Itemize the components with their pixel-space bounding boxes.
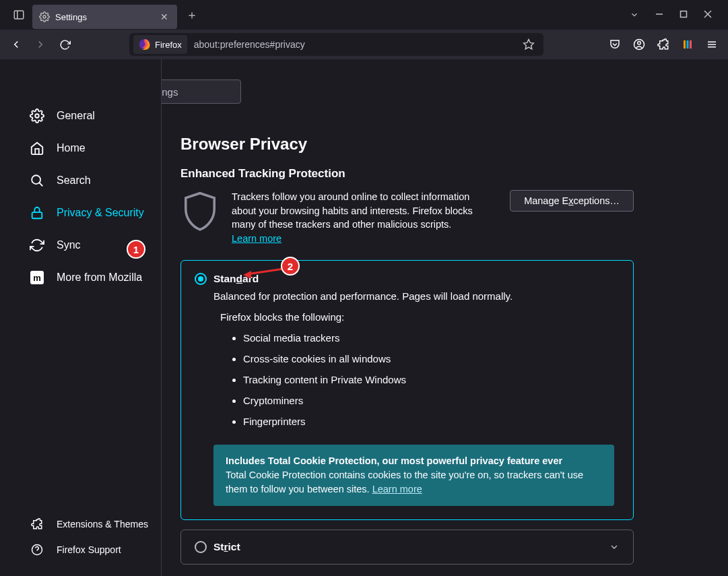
forward-button[interactable] [30,34,51,55]
tabs-dropdown-button[interactable] [630,10,639,20]
sidebar-item-label: General [57,110,95,122]
etp-strict-card[interactable]: Strict [180,530,634,565]
annotation-arrow [243,266,285,278]
minimize-button[interactable] [655,10,663,20]
close-icon [704,10,712,18]
svg-point-18 [32,175,40,184]
sidebar-footer-label: Extensions & Themes [57,519,148,530]
radio-checked-icon [195,273,207,285]
list-item: Cross-site cookies in all windows [243,353,620,364]
container-button[interactable] [677,34,698,55]
sidebar-footer-label: Firefox Support [57,544,121,555]
firefox-icon [139,38,151,51]
etp-learn-more-link[interactable]: Learn more [232,233,282,244]
etp-heading: Enhanced Tracking Protection [180,167,728,181]
star-icon [523,38,535,51]
tcp-title: Includes Total Cookie Protection, our mo… [226,455,562,466]
etp-intro-text: Trackers follow you around online to col… [232,190,488,245]
nav-toolbar: Firefox about:preferences#privacy [0,30,728,59]
svg-point-17 [35,114,39,118]
svg-point-2 [43,15,46,18]
container-icon [682,38,694,51]
list-item: Tracking content in Private Windows [243,374,620,385]
puzzle-icon [30,517,44,532]
list-item: Cryptominers [243,395,620,406]
tab-title: Settings [55,12,158,22]
etp-blocks-label: Firefox blocks the following: [220,311,620,323]
sidebar-item-label: Home [57,142,86,154]
shield-icon [180,190,222,234]
settings-page: General Home Search Privacy & Security S… [0,59,728,576]
account-button[interactable] [628,34,650,55]
svg-marker-8 [524,40,534,49]
maximize-button[interactable] [680,10,688,20]
etp-strict-title: Strict [213,541,240,553]
svg-marker-26 [243,271,251,278]
url-text: about:preferences#privacy [194,39,518,50]
arrow-right-icon [34,38,46,51]
home-icon [30,141,44,156]
sidebar-item-label: Search [57,174,91,187]
list-all-tabs-button[interactable] [5,9,32,21]
etp-standard-card: Standard Balanced for protection and per… [180,260,634,520]
svg-line-25 [247,269,284,274]
new-tab-button[interactable]: ＋ [181,4,203,26]
page-title: Browser Privacy [180,135,728,154]
list-item: Social media trackers [243,332,620,344]
arrow-left-icon [10,38,22,51]
site-identity-label: Firefox [155,40,182,50]
reload-button[interactable] [54,34,75,55]
gear-icon [30,108,44,123]
etp-standard-subtitle: Balanced for protection and performance.… [213,290,620,302]
list-item: Fingerprinters [243,416,620,427]
svg-line-19 [39,183,42,186]
search-icon [30,173,44,188]
lock-icon [30,205,44,220]
manage-exceptions-button[interactable]: Manage Exceptions… [510,190,634,212]
sidebar-footer-support[interactable]: Firefox Support [0,537,161,563]
app-menu-button[interactable] [701,34,723,55]
minimize-icon [655,10,663,18]
reload-icon [59,39,71,51]
svg-rect-13 [690,40,692,49]
mozilla-icon: m [30,270,44,285]
tab-strip: Settings ✕ ＋ [0,0,728,30]
site-identity-badge[interactable]: Firefox [133,35,187,54]
hamburger-icon [706,38,718,51]
svg-rect-12 [687,40,689,49]
back-button[interactable] [5,34,27,55]
sidebar-item-privacy[interactable]: Privacy & Security [0,197,161,229]
settings-search-input[interactable] [162,79,241,104]
browser-tab-active[interactable]: Settings ✕ [32,5,177,29]
etp-blocks-list: Social media trackers Cross-site cookies… [243,332,620,427]
puzzle-icon [657,38,669,51]
sidebar-item-home[interactable]: Home [0,132,161,164]
gear-icon [39,11,50,22]
annotation-marker-1: 1 [127,240,145,259]
etp-intro-row: Trackers follow you around online to col… [180,190,728,245]
settings-sidebar: General Home Search Privacy & Security S… [0,59,162,576]
sidebar-item-general[interactable]: General [0,100,161,132]
pocket-icon [609,38,621,51]
settings-content[interactable]: Browser Privacy Enhanced Tracking Protec… [162,59,728,576]
svg-rect-0 [14,11,24,19]
pocket-button[interactable] [604,34,626,55]
extensions-button[interactable] [653,34,674,55]
chevron-down-icon [630,10,639,20]
svg-rect-11 [684,40,686,49]
sidebar-item-label: Privacy & Security [57,207,144,219]
radio-unchecked-icon [195,541,207,553]
sync-icon [30,238,44,253]
maximize-icon [680,10,688,18]
bookmark-button[interactable] [518,34,539,55]
settings-search [162,79,634,104]
svg-rect-20 [32,212,42,218]
tab-close-button[interactable]: ✕ [158,11,170,23]
tcp-learn-more-link[interactable]: Learn more [372,484,422,494]
chevron-down-icon [609,542,620,552]
sidebar-item-search[interactable]: Search [0,164,161,197]
sidebar-item-more-mozilla[interactable]: m More from Mozilla [0,261,161,294]
sidebar-footer-extensions[interactable]: Extensions & Themes [0,511,161,537]
close-window-button[interactable] [704,10,712,20]
url-bar[interactable]: Firefox about:preferences#privacy [129,33,543,56]
